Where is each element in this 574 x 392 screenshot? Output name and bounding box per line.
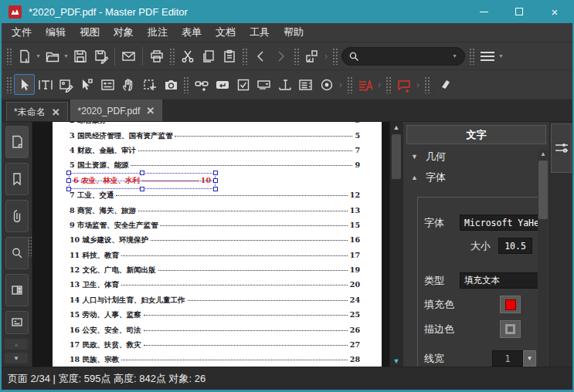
check-box-tool-button[interactable]: [233, 74, 253, 95]
toc-entry[interactable]: 18 民族、宗教28: [70, 353, 360, 367]
search-dropdown[interactable]: ▾: [451, 52, 458, 59]
selection-handle[interactable]: [66, 171, 71, 175]
toolbar-grip[interactable]: [469, 48, 474, 65]
toolbar-grip[interactable]: [6, 48, 12, 65]
toolbar-grip[interactable]: [169, 48, 175, 65]
scroll-down-icon[interactable]: ▼: [390, 357, 402, 365]
toolbar-grip[interactable]: [385, 76, 391, 93]
scroll-up-icon[interactable]: ▲: [390, 123, 402, 131]
edit-path-tool-button[interactable]: [76, 74, 97, 95]
geometry-section-header[interactable]: ▼ 几何: [403, 144, 549, 165]
select-area-tool-button[interactable]: [139, 74, 160, 95]
radio-button-tool-button[interactable]: [316, 74, 337, 95]
toolbar-grip[interactable]: [424, 76, 430, 93]
tab-close-icon[interactable]: ✕: [52, 107, 60, 117]
font-size-field[interactable]: 10.5: [498, 238, 532, 254]
cut-button[interactable]: [177, 46, 198, 66]
menu-item-对象[interactable]: 对象: [107, 23, 141, 42]
panel-scrollbar-thumb[interactable]: [538, 161, 548, 219]
menu-item-编辑[interactable]: 编辑: [39, 23, 73, 42]
toolbar-grip[interactable]: [347, 76, 352, 93]
paste-button[interactable]: [219, 46, 239, 66]
new-document-dropdown[interactable]: ▾: [35, 52, 42, 59]
minimize-button[interactable]: [466, 0, 501, 23]
tab-2020-pdf[interactable]: *2020_PDF.pdf ✕: [70, 100, 163, 121]
copy-button[interactable]: [198, 46, 219, 66]
toolbar-grip[interactable]: [6, 76, 12, 93]
push-button-tool-button[interactable]: [212, 74, 233, 95]
new-document-button[interactable]: [14, 46, 35, 66]
toc-entry[interactable]: 4 财政、金融、审计7: [70, 144, 360, 158]
toc-entry[interactable]: 8 商贸、海关、旅游13: [70, 203, 360, 218]
toc-entry[interactable]: 14 人口与计划生育、妇女儿童工作24: [70, 293, 360, 308]
toc-entry[interactable]: 16 公安、安全、司法26: [70, 323, 360, 337]
pages-panel-button[interactable]: [5, 126, 29, 158]
selection-handle[interactable]: [140, 171, 144, 175]
annotation-tool-button[interactable]: [393, 74, 414, 95]
toolbar-grip[interactable]: [332, 48, 338, 65]
toc-entry[interactable]: 17 民政、扶贫、救灾27: [70, 338, 360, 353]
menu-item-视图[interactable]: 视图: [73, 23, 107, 42]
search-box[interactable]: ▾: [341, 47, 465, 66]
close-button[interactable]: ×: [537, 0, 572, 23]
save-button[interactable]: [70, 46, 90, 66]
toc-entry[interactable]: 13 卫生、体育20: [70, 278, 360, 292]
menu-item-帮助[interactable]: 帮助: [277, 23, 311, 42]
print-button[interactable]: [146, 46, 167, 66]
attachments-panel-button[interactable]: [5, 200, 29, 232]
menu-item-批注[interactable]: 批注: [141, 23, 175, 42]
toc-entry[interactable]: 2 综合政务3: [70, 122, 360, 128]
menu-item-工具[interactable]: 工具: [243, 23, 277, 42]
pdf-page[interactable]: 2 综合政务33 国民经济管理、国有资产监管54 财政、金融、审计75 国土资源…: [53, 122, 382, 367]
font-family-field[interactable]: Microsoft YaHei: [460, 215, 540, 231]
object-properties-tab[interactable]: [551, 123, 572, 173]
selection-handle[interactable]: [213, 171, 218, 175]
stroke-color-button[interactable]: [500, 320, 521, 338]
edit-forms-tool-button[interactable]: [97, 74, 118, 95]
bookmarks-panel-button[interactable]: [5, 163, 29, 195]
open-file-button[interactable]: [42, 46, 63, 66]
toc-entry-selected[interactable]: 6 农业、林业、水利10: [70, 174, 360, 188]
line-width-field[interactable]: 1: [492, 350, 523, 367]
selection-handle[interactable]: [213, 187, 218, 191]
nav-forward-button[interactable]: [270, 46, 291, 66]
toc-entry[interactable]: 9 市场监管、安全生产监管15: [70, 218, 360, 233]
toolbar-grip[interactable]: [242, 48, 247, 65]
toc-entry[interactable]: 12 文化、广电、新闻出版19: [70, 263, 360, 278]
text-field-tool-button[interactable]: [274, 74, 295, 95]
line-width-spinner[interactable]: ▼: [523, 350, 536, 367]
fill-color-button[interactable]: [500, 296, 521, 313]
menu-item-文档[interactable]: 文档: [209, 23, 243, 42]
toolbar-grip[interactable]: [294, 48, 299, 65]
eraser-tool-button[interactable]: [432, 74, 453, 95]
forms-panel-button[interactable]: [5, 274, 29, 306]
fit-visible-button[interactable]: [301, 46, 322, 66]
nav-back-button[interactable]: [250, 46, 270, 66]
panel-scroll-up-icon[interactable]: ▲: [538, 150, 549, 157]
save-as-button[interactable]: [90, 46, 111, 66]
add-link-tool-button[interactable]: [191, 74, 212, 95]
text-type-dropdown[interactable]: 填充文本: [460, 272, 540, 289]
menu-item-文件[interactable]: 文件: [5, 23, 39, 42]
toc-entry[interactable]: 11 科技、教育17: [70, 248, 360, 263]
search-input[interactable]: [359, 51, 451, 62]
highlight-text-tool-button[interactable]: [355, 74, 375, 95]
tab-untitled[interactable]: *未命名 ✕: [6, 102, 68, 121]
send-email-button[interactable]: [118, 46, 139, 66]
select-tool-button[interactable]: [14, 74, 35, 95]
menu-item-表单[interactable]: 表单: [175, 23, 209, 42]
toc-entry[interactable]: 3 国民经济管理、国有资产监管5: [70, 128, 360, 143]
sidebar-scroll-down[interactable]: ▼: [5, 353, 28, 363]
maximize-button[interactable]: [501, 0, 537, 23]
main-menu-button[interactable]: [477, 46, 498, 66]
selection-handle[interactable]: [213, 178, 218, 183]
scrollbar-thumb[interactable]: [392, 134, 401, 179]
selection-handle[interactable]: [140, 187, 144, 191]
open-file-dropdown[interactable]: ▾: [63, 52, 70, 59]
document-view[interactable]: 2 综合政务33 国民经济管理、国有资产监管54 财政、金融、审计75 国土资源…: [32, 122, 389, 367]
toc-entry[interactable]: 10 城乡建设、环境保护16: [70, 233, 360, 248]
font-section-header[interactable]: ▲ 字体: [403, 165, 549, 186]
tab-close-icon[interactable]: ✕: [146, 106, 155, 116]
document-scrollbar[interactable]: ▲ ▼: [389, 122, 402, 367]
toolbar-grip[interactable]: [183, 76, 189, 93]
